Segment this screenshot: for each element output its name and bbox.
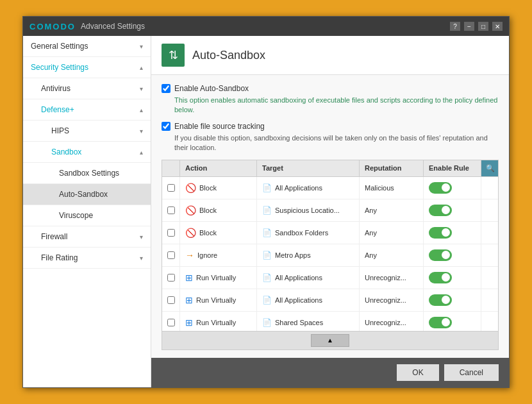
row-reputation-cell: Malicious	[360, 177, 424, 199]
brand-logo: COMODO	[29, 22, 76, 31]
cancel-button[interactable]: Cancel	[444, 364, 499, 381]
row-extra-cell	[481, 312, 498, 331]
toggle-switch[interactable]	[429, 249, 452, 261]
enable-tracking-description: If you disable this option, sandboxing d…	[174, 133, 499, 153]
sidebar-item-label: Auto-Sandbox	[59, 190, 108, 199]
chevron-up-icon: ▴	[140, 64, 143, 71]
enable-tracking-label: Enable file source tracking	[174, 122, 265, 131]
row-reputation: Unrecogniz...	[365, 274, 406, 282]
row-checkbox[interactable]	[167, 229, 175, 237]
sidebar-item-sandbox[interactable]: Sandbox ▴	[23, 142, 151, 163]
sidebar-item-file-rating[interactable]: File Rating ▾	[23, 248, 151, 269]
scroll-up-button[interactable]: ▲	[311, 334, 349, 347]
sidebar-item-hips[interactable]: HIPS ▾	[23, 121, 151, 142]
table-col-enable-rule: Enable Rule	[424, 160, 481, 176]
row-toggle-cell[interactable]	[424, 244, 481, 266]
sidebar-item-general-settings[interactable]: General Settings ▾	[23, 36, 151, 57]
maximize-button[interactable]: □	[478, 22, 488, 31]
sidebar: General Settings ▾ Security Settings ▴ A…	[23, 36, 151, 387]
row-checkbox[interactable]	[167, 206, 175, 214]
enable-tracking-checkbox[interactable]	[162, 122, 170, 131]
row-checkbox-cell	[162, 222, 180, 244]
row-reputation-cell: Any	[360, 199, 424, 221]
table-row: 🚫 Block 📄 Suspicious Locatio... Any	[162, 199, 498, 222]
main-window: COMODO Advanced Settings ? − □ ✕ General…	[22, 16, 510, 388]
row-extra-cell	[481, 177, 498, 199]
ok-button[interactable]: OK	[397, 364, 438, 381]
toggle-switch[interactable]	[429, 272, 452, 283]
rules-table: Action Target Reputation Enable Rule 🔍	[162, 160, 499, 350]
enable-sandbox-checkbox[interactable]	[162, 84, 170, 93]
footer: OK Cancel	[151, 358, 509, 387]
row-action: Block	[199, 206, 217, 214]
file-icon: 📄	[262, 296, 272, 305]
sidebar-item-firewall[interactable]: Firewall ▾	[23, 226, 151, 248]
row-checkbox[interactable]	[167, 251, 175, 259]
sidebar-item-label: Firewall	[41, 232, 67, 241]
block-icon: 🚫	[185, 205, 196, 215]
table-row: 🚫 Block 📄 Sandbox Folders Any	[162, 222, 498, 244]
toggle-switch[interactable]	[429, 205, 452, 216]
row-extra-cell	[481, 222, 498, 244]
row-checkbox-cell	[162, 244, 180, 266]
row-checkbox[interactable]	[167, 296, 175, 304]
main-panel: ⇅ Auto-Sandbox Enable Auto-Sandbox This …	[151, 36, 509, 387]
sidebar-item-auto-sandbox[interactable]: Auto-Sandbox	[23, 184, 151, 205]
block-icon: 🚫	[185, 183, 196, 193]
row-checkbox[interactable]	[167, 319, 175, 326]
enable-sandbox-row: Enable Auto-Sandbox	[162, 84, 499, 93]
file-icon: 📄	[262, 183, 272, 192]
toggle-switch[interactable]	[429, 294, 452, 306]
toggle-switch[interactable]	[429, 227, 452, 239]
row-toggle-cell[interactable]	[424, 267, 481, 289]
sidebar-item-label: HIPS	[51, 126, 69, 135]
sidebar-item-defense-plus[interactable]: Defense+ ▴	[23, 99, 151, 121]
enable-sandbox-label: Enable Auto-Sandbox	[174, 84, 249, 93]
sidebar-item-sandbox-settings[interactable]: Sandbox Settings	[23, 163, 151, 184]
run-virtually-icon: ⊞	[185, 295, 193, 305]
table-col-reputation: Reputation	[360, 160, 424, 176]
run-virtually-icon: ⊞	[185, 317, 193, 328]
sidebar-item-security-settings[interactable]: Security Settings ▴	[23, 57, 151, 78]
chevron-down-icon: ▾	[140, 128, 143, 135]
chevron-down-icon: ▾	[140, 233, 143, 240]
window-body: General Settings ▾ Security Settings ▴ A…	[23, 36, 509, 387]
row-target: All Applications	[275, 184, 322, 192]
minimize-button[interactable]: −	[464, 22, 474, 31]
row-toggle-cell[interactable]	[424, 289, 481, 311]
row-checkbox-cell	[162, 177, 180, 199]
enable-tracking-row: Enable file source tracking	[162, 122, 499, 131]
file-icon: 📄	[262, 206, 272, 215]
row-action: Block	[199, 229, 217, 237]
row-reputation-cell: Unrecogniz...	[360, 267, 424, 289]
close-button[interactable]: ✕	[492, 22, 503, 31]
toggle-switch[interactable]	[429, 182, 452, 194]
row-toggle-cell[interactable]	[424, 312, 481, 331]
row-reputation-cell: Any	[360, 244, 424, 266]
row-toggle-cell[interactable]	[424, 177, 481, 199]
table-col-search[interactable]: 🔍	[481, 160, 499, 176]
row-action-cell: 🚫 Block	[180, 222, 257, 244]
row-action: Run Virtually	[196, 274, 236, 282]
row-toggle-cell[interactable]	[424, 199, 481, 221]
sidebar-item-antivirus[interactable]: Antivirus ▾	[23, 78, 151, 99]
row-target: Sandbox Folders	[275, 229, 328, 237]
row-action: Run Virtually	[196, 296, 236, 304]
table-row: ⊞ Run Virtually 📄 Shared Spaces Unrecogn…	[162, 312, 498, 331]
row-checkbox[interactable]	[167, 184, 175, 192]
row-action-cell: ⊞ Run Virtually	[180, 267, 257, 289]
file-icon: 📄	[262, 251, 272, 260]
table-row: → Ignore 📄 Metro Apps Any	[162, 244, 498, 267]
row-toggle-cell[interactable]	[424, 222, 481, 244]
row-target: Shared Spaces	[275, 319, 323, 326]
sidebar-item-viruscope[interactable]: Viruscope	[23, 205, 151, 226]
row-checkbox-cell	[162, 312, 180, 331]
row-checkbox[interactable]	[167, 274, 175, 282]
row-reputation: Any	[365, 206, 377, 214]
file-icon: 📄	[262, 228, 272, 237]
title-bar-left: COMODO Advanced Settings	[29, 22, 145, 31]
row-extra-cell	[481, 289, 498, 311]
toggle-switch[interactable]	[429, 317, 452, 328]
help-button[interactable]: ?	[450, 22, 460, 31]
row-checkbox-cell	[162, 289, 180, 311]
